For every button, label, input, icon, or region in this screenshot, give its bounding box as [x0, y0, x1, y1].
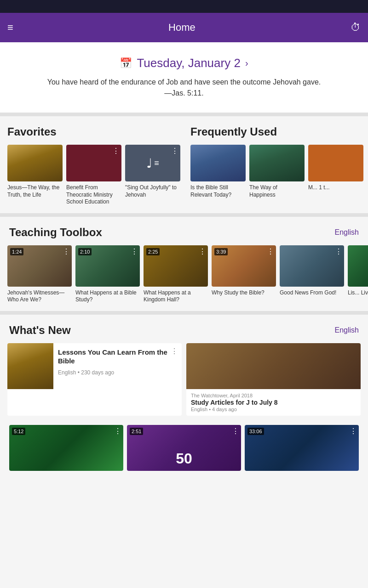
whats-new-section: What's New English Lessons You Can Learn… [0, 315, 368, 486]
date-text: Tuesday, January 2 [137, 56, 240, 70]
video-thumbnail: 3:39 ⋮ [212, 245, 276, 287]
card-label: The Way of Happiness [249, 184, 305, 198]
section-divider-3 [0, 311, 368, 315]
video-duration: 1:24 [10, 248, 23, 255]
video-thumbnail: ⋮ [348, 245, 368, 287]
bottom-videos: 5:12 ⋮ 2:51 ⋮ 50 33:06 ⋮ [0, 420, 368, 478]
video-label: What Happens at a Kingdom Hall? [144, 289, 208, 304]
more-icon[interactable]: ⋮ [335, 247, 342, 256]
more-icon[interactable]: ⋮ [171, 147, 178, 155]
more-icon[interactable]: ⋮ [267, 247, 274, 256]
clock-icon[interactable]: ⏱ [351, 22, 361, 34]
card-label: "Sing Out Joyfully" to Jehovah [125, 184, 180, 198]
list-item[interactable]: Jesus—The Way, the Truth, the Life [7, 145, 63, 206]
news-thumbnail [186, 343, 361, 389]
toolbox-language[interactable]: English [335, 228, 359, 237]
list-item[interactable]: ⋮ Good News From God! [280, 245, 344, 304]
list-item[interactable]: 5:12 ⋮ [9, 425, 123, 471]
video-duration: 3:39 [214, 248, 228, 255]
list-item[interactable]: ⋮ Lis... Liv... [348, 245, 368, 304]
video-label: Good News From God! [280, 289, 344, 297]
video-duration: 2:51 [130, 428, 143, 435]
news-source: The Watchtower, April 2018 [191, 393, 356, 398]
chevron-right-icon: › [245, 58, 248, 68]
more-icon[interactable]: ⋮ [112, 147, 120, 155]
frequently-used-cards: Is the Bible Still Relevant Today? The W… [190, 145, 368, 198]
news-content: The Watchtower, April 2018 Study Article… [186, 389, 361, 416]
card-label: Jesus—The Way, the Truth, the Life [7, 184, 63, 198]
news-title: Study Articles for J to July 8 [191, 398, 356, 407]
video-label: What Happens at a Bible Study? [75, 289, 140, 304]
card-thumbnail [190, 145, 246, 181]
toolbox-title: Teaching Toolbox [9, 226, 102, 239]
frequently-used-title: Frequently Used [190, 125, 368, 138]
number-badge: 50 [176, 450, 192, 467]
favorites-panel: Favorites Jesus—The Way, the Truth, the … [0, 125, 185, 206]
more-icon[interactable]: ⋮ [350, 427, 357, 435]
list-item[interactable]: The Watchtower, April 2018 Study Article… [186, 343, 361, 416]
list-item[interactable]: ⋮ Benefit From Theocratic Ministry Schoo… [66, 145, 121, 206]
toolbox-videos: 1:24 ⋮ Jehovah's Witnesses—Who Are We? 2… [0, 245, 368, 304]
video-duration: 33:06 [247, 428, 264, 435]
teaching-toolbox-section: Teaching Toolbox English 1:24 ⋮ Jehovah'… [0, 217, 368, 311]
frequently-used-panel: Frequently Used Is the Bible Still Relev… [185, 125, 368, 206]
news-content: Lessons You Can Learn From the Bible Eng… [53, 343, 182, 416]
video-label: Why Study the Bible? [212, 289, 276, 297]
daily-verse: You have heard of the endurance of Job a… [46, 77, 322, 99]
video-label: Lis... Liv... [348, 289, 368, 297]
section-divider-2 [0, 213, 368, 217]
more-icon[interactable]: ⋮ [232, 427, 239, 435]
card-label: M... 1 t... [308, 184, 363, 192]
daily-date[interactable]: 📅 Tuesday, January 2 › [9, 56, 359, 70]
list-item[interactable]: Is the Bible Still Relevant Today? [190, 145, 246, 198]
more-icon[interactable]: ⋮ [199, 247, 206, 256]
card-thumbnail: ⋮ [66, 145, 121, 181]
list-item[interactable]: 33:06 ⋮ [245, 425, 359, 471]
page-title: Home [168, 22, 196, 34]
more-icon[interactable]: ⋮ [114, 427, 121, 435]
card-thumbnail [7, 145, 63, 181]
video-duration: 2:10 [78, 248, 92, 255]
list-item[interactable]: 2:10 ⋮ What Happens at a Bible Study? [75, 245, 140, 304]
card-thumbnail [249, 145, 305, 181]
video-duration: 2:25 [146, 248, 160, 255]
news-meta: English • 230 days ago [58, 369, 177, 376]
video-thumbnail: ⋮ [280, 245, 344, 287]
favorites-cards: Jesus—The Way, the Truth, the Life ⋮ Ben… [7, 145, 185, 206]
daily-text-section: 📅 Tuesday, January 2 › You have heard of… [0, 42, 368, 113]
more-icon[interactable]: ⋮ [131, 247, 138, 256]
list-item[interactable]: The Way of Happiness [249, 145, 305, 198]
card-thumbnail: ♩ ≡ ⋮ [125, 145, 180, 181]
status-bar [0, 0, 368, 13]
whats-new-title: What's New [9, 324, 71, 337]
list-item[interactable]: 2:51 ⋮ 50 [127, 425, 241, 471]
toolbox-header: Teaching Toolbox English [0, 226, 368, 245]
whats-new-language[interactable]: English [335, 326, 359, 334]
list-item[interactable]: M... 1 t... [308, 145, 363, 198]
video-duration: 5:12 [12, 428, 25, 435]
video-thumbnail: 2:25 ⋮ [144, 245, 208, 287]
news-thumbnail [7, 343, 53, 389]
app-header: ≡ Home ⏱ [0, 13, 368, 42]
more-icon[interactable]: ⋮ [171, 347, 178, 356]
more-icon[interactable]: ⋮ [63, 247, 70, 256]
list-item[interactable]: Lessons You Can Learn From the Bible Eng… [7, 343, 182, 416]
card-label: Benefit From Theocratic Ministry School … [66, 184, 121, 206]
calendar-icon: 📅 [120, 57, 132, 69]
whats-new-header: What's New English [0, 324, 368, 343]
list-item[interactable]: 2:25 ⋮ What Happens at a Kingdom Hall? [144, 245, 208, 304]
dual-panel: Favorites Jesus—The Way, the Truth, the … [0, 116, 368, 213]
card-label: Is the Bible Still Relevant Today? [190, 184, 246, 198]
list-item[interactable]: ♩ ≡ ⋮ "Sing Out Joyfully" to Jehovah [125, 145, 180, 206]
favorites-title: Favorites [7, 125, 185, 138]
list-item[interactable]: 1:24 ⋮ Jehovah's Witnesses—Who Are We? [7, 245, 72, 304]
section-divider [0, 113, 368, 116]
card-thumbnail [308, 145, 363, 181]
video-thumbnail: 2:10 ⋮ [75, 245, 140, 287]
video-thumbnail: 1:24 ⋮ [7, 245, 72, 287]
video-label: Jehovah's Witnesses—Who Are We? [7, 289, 72, 304]
news-meta: English • 4 days ago [191, 407, 356, 412]
news-title: Lessons You Can Learn From the Bible [58, 348, 177, 366]
menu-icon[interactable]: ≡ [7, 22, 13, 34]
list-item[interactable]: 3:39 ⋮ Why Study the Bible? [212, 245, 276, 304]
